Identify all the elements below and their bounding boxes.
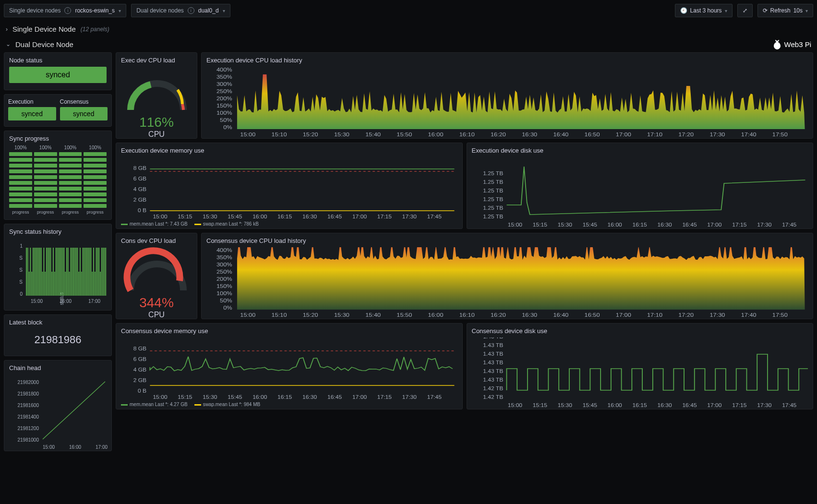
panel-title: Consensus device disk use <box>472 327 808 335</box>
progress-cell <box>34 192 57 196</box>
svg-text:0 B: 0 B <box>138 388 146 394</box>
svg-text:16:30: 16:30 <box>657 403 672 408</box>
svg-text:15:00: 15:00 <box>153 395 167 400</box>
progress-cell <box>9 158 32 162</box>
progress-header: 100% <box>9 145 32 150</box>
svg-text:0%: 0% <box>223 305 232 310</box>
left-column: Node status synced Execution synced Cons… <box>4 52 112 455</box>
svg-text:17:30: 17:30 <box>402 214 417 219</box>
svg-text:1.43 TB: 1.43 TB <box>483 343 503 348</box>
svg-text:17:15: 17:15 <box>732 222 746 228</box>
svg-text:250%: 250% <box>216 269 232 274</box>
panel-cons-cpu-gauge[interactable]: Cons dev CPU load 344% CPU <box>116 233 197 319</box>
svg-text:200%: 200% <box>216 276 232 281</box>
chevron-down-icon: ⌄ <box>6 41 11 48</box>
row-title: Single Device Node <box>12 25 76 33</box>
exec-cpu-chart: Load percent 0%50%100%150%200%250%300%35… <box>206 67 808 139</box>
svg-text:15:30: 15:30 <box>557 403 572 408</box>
svg-text:1.42 TB: 1.42 TB <box>483 386 503 391</box>
svg-text:100%: 100% <box>216 110 232 115</box>
panel-exec-cons-status[interactable]: Execution synced Consensus synced <box>4 94 112 127</box>
svg-text:16:15: 16:15 <box>632 222 647 228</box>
svg-rect-33 <box>62 248 63 296</box>
progress-cell <box>9 169 32 173</box>
svg-text:50%: 50% <box>220 298 232 303</box>
time-range-picker[interactable]: 🕘 Last 3 hours ▾ <box>675 4 733 17</box>
svg-text:1.43 TB: 1.43 TB <box>483 369 503 374</box>
variable-single-device[interactable]: Single device nodes i rockos-eswin_s ▾ <box>4 4 126 17</box>
svg-rect-52 <box>88 248 89 296</box>
svg-text:15:45: 15:45 <box>228 214 242 219</box>
progress-cell <box>9 181 32 185</box>
refresh-button[interactable]: ⟳ Refresh 10s ▾ <box>757 4 813 17</box>
svg-text:1.43 TB: 1.43 TB <box>483 377 503 383</box>
svg-rect-59 <box>97 248 98 296</box>
svg-text:16:30: 16:30 <box>302 395 317 400</box>
consensus-status: synced <box>60 107 108 120</box>
cons-mem-chart: Memory used GB 0 B2 GB4 GB6 GB8 GB 15:00… <box>121 337 457 400</box>
progress-cell <box>9 164 32 168</box>
svg-text:1.42 TB: 1.42 TB <box>483 395 503 400</box>
variable-dual-device[interactable]: Dual device nodes i dual0_d ▾ <box>131 4 230 17</box>
svg-rect-51 <box>86 248 87 296</box>
progress-cell <box>34 187 57 191</box>
svg-text:17:20: 17:20 <box>678 312 694 317</box>
panel-sync-history[interactable]: Sync status history Sync status 0SSS1 15… <box>4 224 112 311</box>
svg-text:350%: 350% <box>216 255 232 260</box>
panel-cons-disk[interactable]: Consensus device disk use Disk used GB 1… <box>467 323 814 409</box>
panel-exec-cpu-history[interactable]: Execution device CPU load history Load p… <box>201 52 813 139</box>
svg-text:15:30: 15:30 <box>203 214 217 219</box>
panel-sync-progress[interactable]: Sync progress 100%100%100%100% progressp… <box>4 131 112 220</box>
svg-rect-14 <box>36 248 37 296</box>
progress-header: 100% <box>84 145 107 150</box>
panel-exec-cpu-gauge[interactable]: Exec dev CPU load 116% CPU <box>116 52 197 139</box>
svg-text:16:30: 16:30 <box>657 222 672 228</box>
row-dual-device[interactable]: ⌄ Dual Device Node Web3 Pi <box>4 36 813 52</box>
zoom-out-button[interactable]: ⤢ <box>737 4 753 17</box>
panel-exec-disk[interactable]: Execution device disk use Disk used GB 1… <box>467 143 814 229</box>
svg-text:1.25 TB: 1.25 TB <box>483 180 503 185</box>
svg-text:15:30: 15:30 <box>203 395 217 400</box>
svg-rect-39 <box>70 248 71 296</box>
consensus-label: Consensus <box>60 98 108 105</box>
svg-rect-54 <box>90 248 91 296</box>
svg-rect-18 <box>42 272 43 296</box>
svg-text:15:30: 15:30 <box>334 312 349 317</box>
panel-exec-memory[interactable]: Execution device memory use Memory used … <box>116 143 463 229</box>
progress-cell <box>34 152 57 156</box>
svg-text:17:15: 17:15 <box>377 214 392 219</box>
panel-node-status[interactable]: Node status synced <box>4 52 112 90</box>
progress-footer: progress <box>34 210 57 215</box>
panel-cons-memory[interactable]: Consensus device memory use Memory used … <box>116 323 463 409</box>
svg-text:350%: 350% <box>216 74 232 79</box>
chevron-down-icon: ▾ <box>223 8 225 13</box>
progress-cell <box>34 175 57 179</box>
svg-text:300%: 300% <box>216 262 232 267</box>
cons-disk-chart: Disk used GB 1.42 TB1.42 TB1.43 TB1.43 T… <box>472 337 808 409</box>
svg-text:21981600: 21981600 <box>18 403 39 408</box>
svg-text:17:50: 17:50 <box>772 132 788 137</box>
row-single-device[interactable]: › Single Device Node (12 panels) <box>4 22 813 36</box>
svg-rect-23 <box>49 248 50 296</box>
svg-text:15:50: 15:50 <box>396 312 412 317</box>
svg-text:15:15: 15:15 <box>532 403 547 408</box>
progress-cell <box>84 169 107 173</box>
panel-chain-head[interactable]: Chain head 21981000219812002198140021981… <box>4 360 112 451</box>
svg-rect-20 <box>45 272 46 296</box>
svg-text:17:45: 17:45 <box>782 222 796 228</box>
legend: mem.mean Last *: 4.27 GB swap.mean Last … <box>121 402 457 407</box>
svg-rect-64 <box>104 248 105 296</box>
svg-text:16:45: 16:45 <box>682 403 697 408</box>
panel-title: Execution device memory use <box>121 147 457 154</box>
svg-text:17:00: 17:00 <box>707 222 721 228</box>
chain-head-chart: 2198100021981200219814002198160021981800… <box>9 374 108 451</box>
panel-title: Execution device disk use <box>472 147 808 154</box>
panel-latest-block[interactable]: Latest block 21981986 <box>4 314 112 356</box>
svg-rect-40 <box>72 248 72 296</box>
svg-text:1.25 TB: 1.25 TB <box>483 171 503 176</box>
progress-cell <box>59 181 82 185</box>
panel-cons-cpu-history[interactable]: Consensus device CPU load history Load p… <box>201 233 813 319</box>
svg-text:15:45: 15:45 <box>228 395 242 400</box>
progress-cell <box>84 152 107 156</box>
right-area: Exec dev CPU load 116% CPU Execution dev… <box>116 52 813 455</box>
